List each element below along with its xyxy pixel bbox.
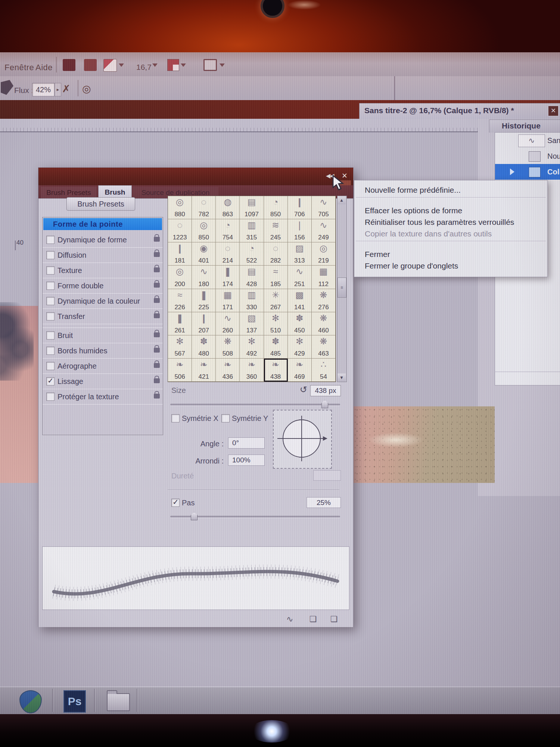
brush-tip-cell[interactable]: ∿180	[192, 266, 216, 289]
brush-tip-cell[interactable]: ❧469	[288, 359, 312, 382]
zoom-level-value[interactable]: 16,7	[136, 63, 152, 72]
mini-bridge-icon[interactable]	[84, 59, 97, 71]
brush-tip-cell[interactable]: ❋460	[312, 312, 336, 335]
brush-tip-cell[interactable]: ❋508	[216, 335, 240, 359]
brush-tip-cell[interactable]: ∿251	[288, 266, 312, 289]
brush-tip-cell[interactable]: ≋245	[264, 219, 288, 242]
brush-tip-cell[interactable]: ❚225	[192, 289, 216, 312]
size-slider-track[interactable]	[170, 404, 340, 406]
brush-tip-cell[interactable]: ▥330	[240, 289, 264, 312]
setting-checkbox[interactable]	[46, 251, 55, 259]
brush-tip-cell[interactable]: ✳267	[264, 289, 288, 312]
brush-tip-cell[interactable]: ❧421	[192, 359, 216, 382]
history-row[interactable]: ∿Sans	[495, 133, 560, 148]
lock-icon[interactable]	[154, 237, 160, 242]
brush-tip-cell[interactable]: ∿705	[312, 196, 336, 219]
tab-brush[interactable]: Brush	[98, 185, 132, 199]
brush-tip-cell[interactable]: ◔850	[264, 196, 288, 219]
setting-row[interactable]: Diffusion	[43, 248, 163, 263]
screen-mode-dropdown-icon[interactable]	[220, 63, 225, 67]
view-extras-icon[interactable]	[103, 59, 117, 72]
brush-tip-cell[interactable]: ▤1097	[240, 196, 264, 219]
brush-tip-cell[interactable]: ◌214	[216, 242, 240, 266]
lock-icon[interactable]	[154, 394, 160, 399]
brush-tip-cell[interactable]: ▤428	[240, 266, 264, 289]
brush-tip-cell[interactable]: ◔522	[240, 242, 264, 266]
brush-tip-cell[interactable]: ✻567	[168, 335, 192, 359]
brush-tip-cell[interactable]: ◔754	[216, 219, 240, 242]
brush-panel-titlebar[interactable]	[38, 168, 353, 185]
lock-icon[interactable]	[154, 283, 160, 288]
menu-fenetre[interactable]: Fenêtre	[4, 63, 34, 72]
history-row[interactable]: Nouv	[495, 148, 560, 164]
brush-tip-cell[interactable]: ✽480	[192, 335, 216, 359]
brush-tip-cell[interactable]: ❙207	[192, 312, 216, 335]
setting-row[interactable]: Aérographe	[43, 359, 163, 374]
folder-taskbar-icon[interactable]	[107, 693, 130, 711]
context-menu-item[interactable]: Effacer les options de forme	[354, 205, 547, 216]
spacing-value-field[interactable]: 25%	[307, 497, 341, 508]
brush-tip-cell[interactable]: ❧360	[240, 359, 264, 382]
photoshop-taskbar-icon[interactable]: Ps	[63, 690, 86, 713]
size-reset-icon[interactable]: ↺	[300, 384, 307, 395]
brush-tip-cell[interactable]: ✻429	[288, 335, 312, 359]
brush-tip-cell[interactable]: ❋463	[312, 335, 336, 359]
brush-tip-cell[interactable]: ▦112	[312, 266, 336, 289]
brush-tip-cell[interactable]: ▥315	[240, 219, 264, 242]
setting-row[interactable]: ✓Lissage	[43, 374, 163, 389]
scroll-up-icon[interactable]: ▲	[337, 196, 346, 204]
brush-tip-cell[interactable]: ✽485	[264, 335, 288, 359]
setting-row[interactable]: Protéger la texture	[43, 389, 163, 405]
size-value-field[interactable]: 438 px	[310, 385, 341, 396]
setting-row[interactable]: Dynamique de la couleur	[43, 294, 163, 309]
brush-tip-cell[interactable]: ◌1223	[168, 219, 192, 242]
setting-checkbox[interactable]	[46, 362, 55, 370]
zoom-dropdown-icon[interactable]	[152, 63, 158, 67]
brush-tip-cell[interactable]: ❘156	[288, 219, 312, 242]
document-close-icon[interactable]: ✕	[548, 106, 559, 116]
flux-input[interactable]: 42%	[32, 83, 55, 96]
view-extras-dropdown-icon[interactable]	[119, 63, 124, 67]
brush-tip-cell[interactable]: ❧436	[216, 359, 240, 382]
grid-scrollbar[interactable]: ▲ ≡ ▼	[337, 196, 347, 382]
lock-icon[interactable]	[154, 267, 160, 272]
brush-tip-cell[interactable]: ✽450	[288, 312, 312, 335]
setting-row[interactable]: Forme double	[43, 278, 163, 294]
brush-tip-cell[interactable]: ▨313	[288, 242, 312, 266]
lock-icon[interactable]	[154, 363, 160, 368]
history-row[interactable]: Colle	[495, 164, 560, 180]
angle-value-field[interactable]: 0°	[228, 437, 265, 449]
menu-aide[interactable]: Aide	[35, 63, 53, 72]
brush-tip-cell[interactable]: ◎200	[168, 266, 192, 289]
setting-checkbox[interactable]	[46, 236, 55, 244]
brush-angle-control[interactable]	[273, 410, 332, 469]
brush-tip-cell[interactable]: ≈226	[168, 289, 192, 312]
airbrush-icon[interactable]: ✗	[62, 83, 71, 95]
brush-tip-cell[interactable]: ▦171	[216, 289, 240, 312]
brush-tip-cell[interactable]: ❚174	[216, 266, 240, 289]
scroll-down-icon[interactable]: ▼	[337, 374, 346, 382]
brush-presets-button[interactable]: Brush Presets	[66, 197, 135, 211]
brush-tip-cell[interactable]: ❙181	[168, 242, 192, 266]
new-brush-icon[interactable]: ❏	[309, 614, 317, 624]
setting-checkbox[interactable]	[46, 312, 55, 320]
setting-checkbox[interactable]: ✓	[46, 377, 55, 385]
scrollbar-thumb[interactable]: ≡	[337, 278, 346, 298]
setting-checkbox[interactable]	[46, 393, 55, 401]
setting-checkbox[interactable]	[46, 331, 55, 340]
bridge-icon[interactable]	[63, 59, 75, 71]
context-menu-item[interactable]: Fermer le groupe d'onglets	[354, 260, 547, 272]
brush-tip-cell[interactable]: ❧506	[168, 359, 192, 382]
symmetry-x-checkbox[interactable]	[171, 414, 180, 422]
flux-dropdown-icon[interactable]: ▸	[55, 83, 61, 96]
arrange-documents-icon[interactable]	[167, 59, 179, 71]
spacing-checkbox[interactable]: ✓	[171, 499, 180, 507]
setting-checkbox[interactable]	[46, 297, 55, 305]
lock-icon[interactable]	[154, 348, 160, 353]
symmetry-y-checkbox[interactable]	[221, 414, 230, 422]
new-preset-icon[interactable]: ❏	[330, 614, 338, 624]
setting-checkbox[interactable]	[46, 266, 55, 275]
brush-tip-cell[interactable]: ◎219	[312, 242, 336, 266]
brush-tip-cell[interactable]: ❙706	[288, 196, 312, 219]
brush-tip-cell[interactable]: ◍863	[216, 196, 240, 219]
